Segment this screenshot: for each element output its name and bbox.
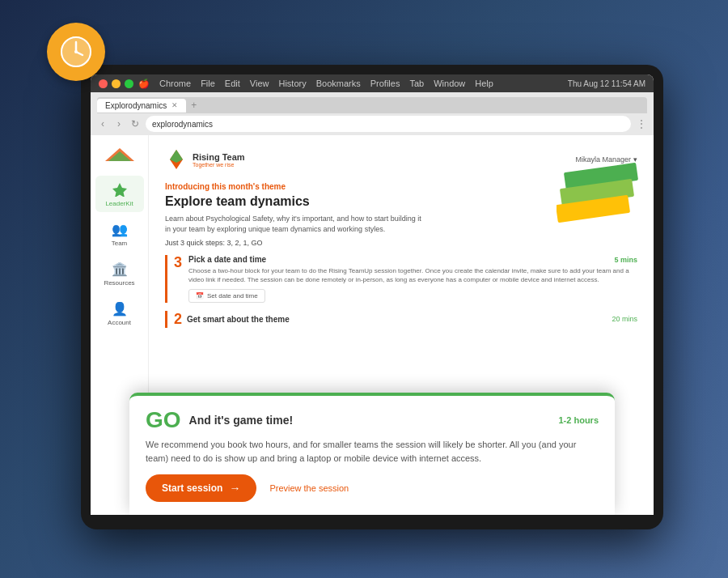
step-3: 3 Pick a date and time 5 mins Choose a t… <box>165 255 637 302</box>
tab-title: Explorodynamics <box>105 101 167 110</box>
theme-description: Learn about Psychological Safety, why it… <box>165 214 424 234</box>
sidebar-item-account[interactable]: 👤 Account <box>95 295 144 331</box>
browser-chrome: Explorodynamics ✕ + ‹ › ↻ explorodynamic… <box>91 92 654 135</box>
rising-team-logo: Rising Team Together we rise <box>165 148 245 171</box>
quick-steps: Just 3 quick steps: 3, 2, 1, GO <box>165 239 637 247</box>
rising-team-logo-icon <box>105 145 134 164</box>
step-3-desc: Choose a two-hour block for your team to… <box>188 266 637 284</box>
tab-bar: Explorodynamics ✕ + <box>97 97 647 113</box>
go-duration: 1-2 hours <box>558 415 599 425</box>
maximize-button[interactable] <box>125 79 133 88</box>
svg-point-4 <box>74 50 78 53</box>
go-row: GO And it's game time! 1-2 hours <box>146 409 599 431</box>
start-session-button[interactable]: Start session → <box>146 474 256 502</box>
apple-logo: 🍎 <box>138 79 150 89</box>
arrow-icon: → <box>229 482 240 495</box>
reload-button[interactable]: ↻ <box>129 118 141 130</box>
menu-history[interactable]: History <box>278 79 306 88</box>
preview-session-link[interactable]: Preview the session <box>269 483 349 493</box>
account-icon: 👤 <box>111 300 129 317</box>
close-button[interactable] <box>99 79 108 88</box>
back-button[interactable]: ‹ <box>97 118 108 130</box>
calendar-icon: 📅 <box>196 292 204 300</box>
monitor-screen: 🍎 Chrome File Edit View History Bookmark… <box>91 74 654 515</box>
step-2: 2 Get smart about the theme 20 mins <box>165 311 637 328</box>
go-card: GO And it's game time! 1-2 hours We reco… <box>129 393 615 515</box>
account-label: Account <box>108 319 131 326</box>
active-tab[interactable]: Explorodynamics ✕ <box>97 99 186 113</box>
menu-profiles[interactable]: Profiles <box>370 79 400 88</box>
monitor-frame: 🍎 Chrome File Edit View History Bookmark… <box>81 65 663 529</box>
sidebar-item-team[interactable]: 👥 Team <box>95 215 144 252</box>
step-3-title: Pick a date and time <box>188 255 266 264</box>
go-text: GO <box>146 409 181 431</box>
step-3-header: Pick a date and time 5 mins <box>188 255 637 264</box>
menu-tab[interactable]: Tab <box>409 79 424 88</box>
traffic-lights <box>99 79 133 88</box>
leaderkit-label: LeaderKit <box>105 200 133 207</box>
extensions-button[interactable]: ⋮ <box>636 118 647 130</box>
leaderkit-icon <box>111 181 129 198</box>
card-actions: Start session → Preview the session <box>146 474 599 502</box>
sidebar-logo <box>100 143 139 166</box>
step-3-time: 5 mins <box>614 256 637 264</box>
deco-svg <box>557 159 645 224</box>
macos-menu-bar: 🍎 Chrome File Edit View History Bookmark… <box>91 74 654 92</box>
system-time: Thu Aug 12 11:54 AM <box>568 79 645 88</box>
tab-close-button[interactable]: ✕ <box>171 101 178 109</box>
logo-text-wrapper: Rising Team Together we rise <box>193 152 245 168</box>
new-tab-button[interactable]: + <box>186 97 201 113</box>
resources-icon: 🏛️ <box>111 260 129 278</box>
app-name: Rising Team <box>193 152 245 162</box>
menu-chrome[interactable]: Chrome <box>159 79 191 88</box>
menu-bookmarks[interactable]: Bookmarks <box>316 79 361 88</box>
minimize-button[interactable] <box>112 79 121 88</box>
svg-marker-7 <box>112 183 127 197</box>
team-label: Team <box>112 240 128 247</box>
address-bar[interactable]: explorodynamics <box>146 116 631 132</box>
step-3-number: 3 <box>174 255 182 302</box>
step-3-body: Pick a date and time 5 mins Choose a two… <box>188 255 637 302</box>
step-2-title: Get smart about the theme <box>187 315 290 324</box>
menu-window[interactable]: Window <box>434 79 465 88</box>
sidebar-item-leaderkit[interactable]: LeaderKit <box>95 176 144 212</box>
team-icon: 👥 <box>111 220 129 238</box>
clock-badge <box>47 23 105 81</box>
url-text: explorodynamics <box>152 120 213 129</box>
go-description: We recommend you book two hours, and for… <box>146 438 599 465</box>
start-session-label: Start session <box>162 482 222 494</box>
clock-icon <box>58 34 94 70</box>
sidebar-item-resources[interactable]: 🏛️ Resources <box>95 255 144 291</box>
step-2-number: 2 <box>174 311 182 328</box>
browser-navigation: ‹ › ↻ explorodynamics ⋮ <box>97 116 647 132</box>
set-date-button[interactable]: 📅 Set date and time <box>188 289 265 303</box>
go-left: GO And it's game time! <box>146 409 293 431</box>
menu-view[interactable]: View <box>250 79 269 88</box>
forward-button[interactable]: › <box>113 118 125 130</box>
resources-label: Resources <box>104 279 134 287</box>
logo-svg <box>165 148 188 171</box>
step-2-time: 20 mins <box>612 315 637 323</box>
menu-edit[interactable]: Edit <box>225 79 240 88</box>
go-subtitle: And it's game time! <box>189 414 294 427</box>
set-date-label: Set date and time <box>207 292 258 300</box>
menu-help[interactable]: Help <box>475 79 493 88</box>
decorative-shapes <box>557 159 645 224</box>
app-tagline: Together we rise <box>193 162 245 168</box>
menu-file[interactable]: File <box>201 79 215 88</box>
